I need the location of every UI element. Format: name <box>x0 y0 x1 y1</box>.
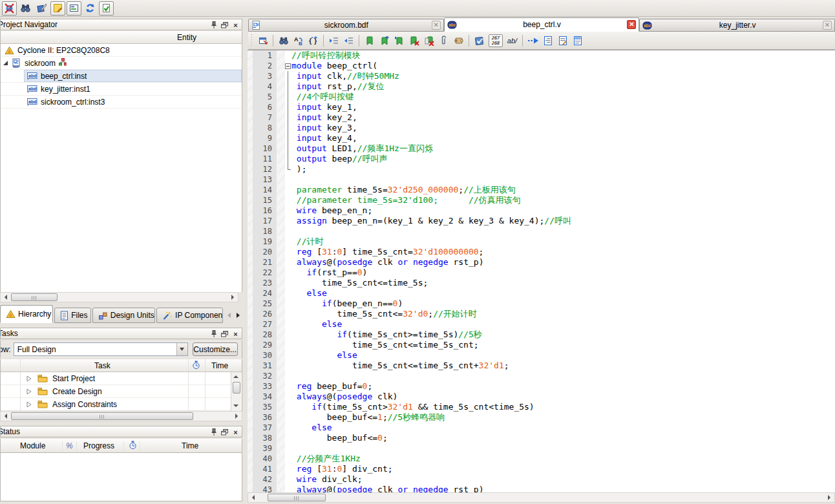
tab-design-units[interactable]: Design Units <box>92 308 155 323</box>
bookmark-next-button[interactable] <box>377 34 391 47</box>
bookmark-button[interactable] <box>363 34 376 47</box>
attach-button[interactable] <box>437 34 450 47</box>
tree-item-key-jitter-inst1[interactable]: abdkey_jitter:inst1 <box>1 83 242 96</box>
fold-indicator <box>285 371 291 381</box>
line-number: 18 <box>253 226 277 236</box>
task-row-assign-constraints[interactable]: Assign Constraints <box>1 398 242 411</box>
close-tab-icon[interactable]: ✕ <box>823 21 832 30</box>
close-panel-icon[interactable]: × <box>231 428 240 436</box>
goto-arrow-button[interactable] <box>526 34 540 47</box>
tab-ip-componen[interactable]: IP Componen <box>156 308 223 323</box>
close-tab-icon[interactable]: ✕ <box>627 20 636 29</box>
close-panel-icon[interactable]: × <box>231 21 240 29</box>
doc-edit-button[interactable] <box>556 34 569 47</box>
fold-margin <box>277 371 285 381</box>
scrollbar-thumb[interactable] <box>11 293 58 301</box>
find-button[interactable] <box>277 34 290 47</box>
panel-splitter[interactable] <box>242 17 248 504</box>
replace-button[interactable]: AB <box>291 34 305 47</box>
project-navigator-hscrollbar[interactable] <box>0 292 238 302</box>
scroll-down-icon[interactable] <box>231 401 240 410</box>
tree-item-beep-ctrl-inst[interactable]: abdbeep_ctrl:inst <box>1 70 242 83</box>
scroll-right-icon[interactable] <box>227 293 238 302</box>
fold-collapse-icon[interactable] <box>285 63 291 69</box>
tree-item-sickroom[interactable]: BDFsickroom <box>1 57 242 70</box>
pin-icon[interactable] <box>209 428 218 436</box>
tree-item-cyclone-ii-ep2c8q208c8[interactable]: Cyclone II: EP2C8Q208C8 <box>1 44 242 57</box>
tab-scroll-right-icon[interactable] <box>234 309 242 322</box>
tasks-vscrollbar[interactable] <box>231 372 241 411</box>
pin-icon[interactable] <box>209 330 218 338</box>
text-editor-button[interactable] <box>34 1 49 16</box>
tab-hierarchy[interactable]: Hierarchy <box>0 305 53 323</box>
svg-text:abc: abc <box>449 23 456 27</box>
word-wrap-button[interactable]: ab/ <box>505 34 519 47</box>
tasks-toggle-button[interactable] <box>50 1 65 16</box>
collapsed-icon[interactable] <box>26 388 32 395</box>
collapsed-icon[interactable] <box>26 375 32 382</box>
editor-hscrollbar[interactable] <box>248 492 835 503</box>
gutter-margin <box>248 288 253 299</box>
tab-scroll-left-icon[interactable] <box>225 309 233 322</box>
editor-tab-sickroom-bdf[interactable]: sickroom.bdf✕ <box>248 19 444 32</box>
match-brace-button[interactable]: {} <box>306 34 320 47</box>
syntax-check-button[interactable] <box>472 34 486 47</box>
tab-files[interactable]: Files <box>54 308 91 323</box>
code-text: input key_4, <box>291 133 357 143</box>
scrollbar-thumb[interactable] <box>268 494 326 501</box>
float-window-icon[interactable] <box>220 330 229 338</box>
fold-indicator <box>285 102 291 112</box>
tree-item-sickroom-ctrl-inst3[interactable]: abdsickroom_ctrl:inst3 <box>1 96 242 109</box>
expander-expanded-icon[interactable] <box>3 61 8 65</box>
fold-margin <box>277 392 285 402</box>
report-toggle-button[interactable] <box>99 1 114 16</box>
scroll-up-icon[interactable] <box>231 372 240 381</box>
bookmark-prev-button[interactable] <box>392 34 406 47</box>
editor-tab-key-jitter-v[interactable]: abckey_jitter.v✕ <box>639 19 835 32</box>
toolbar-grip[interactable] <box>250 34 253 47</box>
editor-tab-beep-ctrl-v[interactable]: abcbeep_ctrl.v✕ <box>444 17 640 32</box>
doc-lines-button[interactable] <box>541 34 555 47</box>
messages-toggle-button[interactable] <box>67 1 81 16</box>
node-finder-button[interactable] <box>18 1 33 16</box>
unindent-button[interactable] <box>342 34 355 47</box>
task-row-start-project[interactable]: Start Project <box>1 372 242 385</box>
tasks-table-header: Task Time <box>1 359 242 372</box>
scroll-right-icon[interactable] <box>231 412 242 421</box>
tasks-hscrollbar[interactable] <box>0 411 242 421</box>
flow-label: Flow: <box>0 345 14 354</box>
scrollbar-thumb[interactable] <box>11 412 193 420</box>
task-row-create-design[interactable]: Create Design <box>1 385 242 398</box>
code-editor[interactable]: 1//呼叫铃控制模块2module beep_ctrl(3 input clk,… <box>248 50 835 492</box>
project-navigator-toggle-button[interactable] <box>2 1 17 16</box>
flow-select[interactable]: Full Design <box>14 342 188 356</box>
scroll-left-icon[interactable] <box>248 493 259 502</box>
collapsed-icon[interactable] <box>26 401 32 408</box>
float-window-icon[interactable] <box>220 428 229 436</box>
indent-button[interactable] <box>327 34 341 47</box>
window-new-button[interactable] <box>256 34 270 47</box>
refresh-button[interactable] <box>83 1 98 16</box>
doc-header-button[interactable] <box>571 34 584 47</box>
scroll-left-icon[interactable] <box>1 412 11 421</box>
bookmark-delete-button[interactable] <box>407 34 421 47</box>
tab-label: IP Componen <box>175 311 222 320</box>
fold-indicator <box>285 381 291 392</box>
scroll-right-icon[interactable] <box>824 493 834 502</box>
scroll-left-icon[interactable] <box>1 293 11 302</box>
pin-icon[interactable] <box>209 21 218 29</box>
float-window-icon[interactable] <box>220 21 229 29</box>
macro-button[interactable] <box>452 34 465 47</box>
svg-text:{: { <box>309 37 312 45</box>
bookmark-delete-all-button[interactable] <box>422 34 436 47</box>
code-text: if(beep_en_n==0) <box>291 299 403 309</box>
fold-margin <box>277 381 285 392</box>
scrollbar-thumb[interactable] <box>233 382 240 394</box>
customize-button[interactable]: Customize... <box>193 342 238 356</box>
code-text: reg [31:0] div_cnt; <box>291 464 393 474</box>
line-badge-button[interactable]: 267268 <box>487 34 504 47</box>
fold-indicator <box>285 61 291 71</box>
close-tab-icon[interactable]: ✕ <box>432 21 441 30</box>
close-panel-icon[interactable]: × <box>231 330 240 338</box>
dropdown-arrow-icon[interactable] <box>176 343 187 355</box>
